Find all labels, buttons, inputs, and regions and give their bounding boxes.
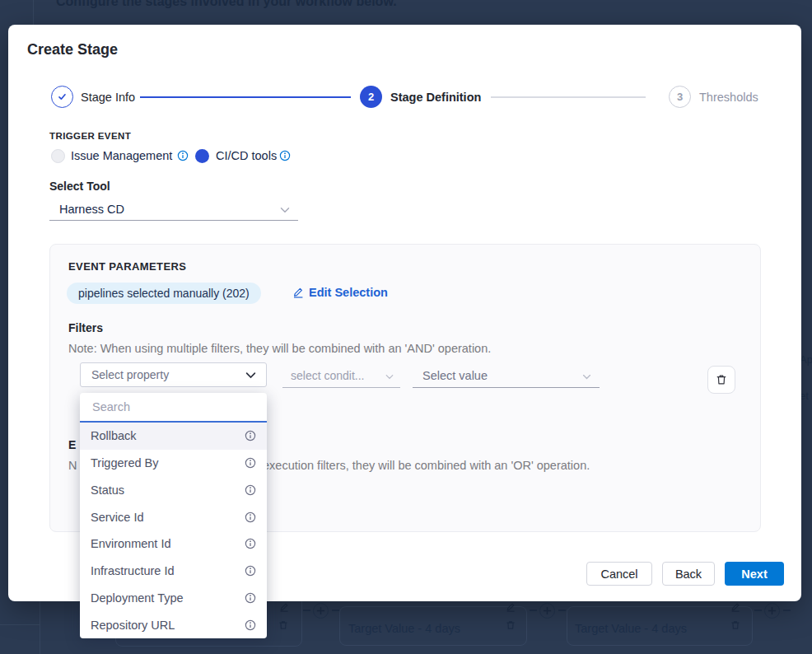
stepper-connector	[140, 96, 351, 98]
info-icon[interactable]	[245, 538, 256, 549]
add-stage-icon	[313, 603, 329, 619]
radio-label-issue-management[interactable]: Issue Management	[71, 149, 172, 163]
property-options-list: Rollback Triggered By Status Service Id …	[80, 423, 267, 638]
background-page-heading: Configure the stages involved in your wo…	[56, 0, 397, 9]
chevron-down-icon	[385, 374, 394, 380]
select-value-dropdown[interactable]: Select value	[413, 363, 600, 388]
option-deployment-type[interactable]: Deployment Type	[80, 585, 267, 612]
pencil-icon	[292, 287, 304, 298]
card-label: Target Value - 4 days	[348, 622, 460, 635]
modal-title: Create Stage	[27, 41, 118, 58]
option-infrastructure-id[interactable]: Infrastructure Id	[80, 558, 267, 585]
event-parameters-heading: EVENT PARAMETERS	[68, 260, 186, 273]
next-button[interactable]: Next	[725, 562, 784, 586]
pipelines-selection-pill: pipelines selected manually (202)	[67, 283, 261, 304]
check-icon	[57, 91, 68, 102]
connector-dash	[332, 610, 339, 611]
connector-dash	[530, 610, 537, 611]
option-label: Infrastructure Id	[91, 564, 175, 577]
option-label: Status	[91, 483, 124, 497]
occluded-note-fragment-right: execution filters, they will be combined…	[263, 459, 590, 472]
info-icon[interactable]	[279, 150, 291, 161]
trash-icon	[716, 374, 727, 385]
property-options-popover: Rollback Triggered By Status Service Id …	[80, 393, 267, 638]
info-icon[interactable]	[245, 430, 256, 441]
cancel-button[interactable]: Cancel	[586, 562, 652, 586]
select-condition-dropdown[interactable]: select condit...	[282, 363, 400, 388]
screen: Configure the stages involved in your wo…	[0, 0, 812, 654]
radio-cicd-tools[interactable]	[195, 149, 209, 163]
info-icon[interactable]	[245, 565, 256, 577]
option-environment-id[interactable]: Environment Id	[80, 530, 267, 558]
radio-label-cicd-tools[interactable]: CI/CD tools	[216, 149, 277, 163]
background-sidebar-divider	[33, 0, 34, 25]
step-active-indicator[interactable]: 2	[360, 86, 382, 108]
trigger-event-label: TRIGGER EVENT	[49, 131, 131, 141]
info-icon[interactable]	[245, 592, 256, 604]
option-label: Repository URL	[91, 619, 175, 632]
option-status[interactable]: Status	[80, 477, 267, 504]
select-tool-dropdown[interactable]: Harness CD	[49, 198, 298, 221]
background-sidebar-divider	[40, 601, 40, 654]
step-upcoming-indicator[interactable]: 3	[669, 86, 691, 108]
connector-dash	[558, 610, 566, 611]
option-label: Deployment Type	[91, 591, 184, 605]
select-tool-value: Harness CD	[59, 198, 124, 221]
trash-icon	[278, 620, 288, 630]
delete-filter-button[interactable]	[707, 366, 735, 394]
option-label: Triggered By	[91, 456, 158, 469]
edit-selection-link[interactable]: Edit Selection	[292, 286, 388, 299]
add-stage-icon	[539, 603, 555, 619]
search-field[interactable]	[80, 393, 267, 423]
step-complete-indicator[interactable]	[51, 86, 73, 108]
option-label: Rollback	[91, 429, 137, 442]
option-rollback[interactable]: Rollback	[80, 423, 267, 450]
info-icon[interactable]	[177, 150, 189, 161]
chevron-down-icon	[280, 207, 290, 213]
occluded-section-heading-fragment: E	[68, 438, 76, 451]
back-button[interactable]: Back	[662, 562, 715, 586]
chevron-down-icon	[245, 371, 256, 379]
filters-heading: Filters	[68, 321, 103, 334]
info-icon[interactable]	[245, 484, 256, 496]
step-label-stage-info[interactable]: Stage Info	[81, 91, 135, 104]
select-condition-placeholder: select condit...	[291, 363, 365, 388]
pencil-icon	[279, 602, 289, 612]
select-tool-label: Select Tool	[49, 180, 110, 193]
select-property-dropdown[interactable]: Select property	[80, 362, 267, 387]
step-label-thresholds[interactable]: Thresholds	[699, 91, 758, 104]
option-triggered-by[interactable]: Triggered By	[80, 450, 267, 477]
chevron-down-icon	[582, 374, 591, 380]
info-icon[interactable]	[245, 457, 256, 469]
trash-icon	[730, 620, 740, 630]
info-icon[interactable]	[245, 512, 256, 523]
stepper-connector	[491, 96, 646, 98]
add-stage-icon	[764, 603, 780, 619]
edit-selection-label: Edit Selection	[309, 286, 388, 299]
option-label: Service Id	[91, 511, 143, 524]
pencil-icon	[730, 602, 740, 612]
background-text-fragment: Ap	[800, 353, 812, 366]
radio-issue-management[interactable]	[51, 149, 65, 163]
connector-dash	[754, 610, 762, 611]
option-service-id[interactable]: Service Id	[80, 503, 267, 530]
connector-dash	[783, 610, 791, 611]
connector-dash	[303, 610, 310, 611]
pencil-icon	[506, 602, 516, 612]
card-label: Target Value - 4 days	[575, 622, 687, 635]
select-property-placeholder: Select property	[91, 363, 169, 386]
option-label: Environment Id	[91, 537, 171, 550]
select-value-placeholder: Select value	[422, 363, 488, 388]
option-repository-url[interactable]: Repository URL	[80, 611, 267, 638]
background-divider	[0, 624, 40, 625]
step-label-stage-definition[interactable]: Stage Definition	[390, 91, 481, 104]
search-input[interactable]	[91, 399, 256, 414]
occluded-note-fragment-left: N	[68, 459, 77, 472]
info-icon[interactable]	[245, 619, 256, 631]
filters-note: Note: When using multiple filters, they …	[68, 342, 491, 355]
trash-icon	[506, 620, 516, 630]
